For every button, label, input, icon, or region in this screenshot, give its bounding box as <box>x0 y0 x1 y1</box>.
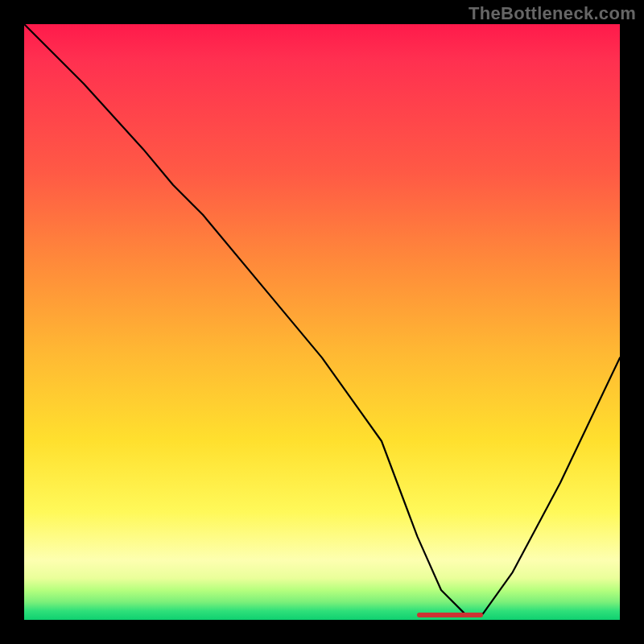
plot-area <box>24 24 620 620</box>
bottleneck-curve <box>24 24 620 620</box>
optimal-range-marker <box>417 613 482 617</box>
watermark-text: TheBottleneck.com <box>469 3 636 24</box>
chart-frame: TheBottleneck.com <box>0 0 644 644</box>
